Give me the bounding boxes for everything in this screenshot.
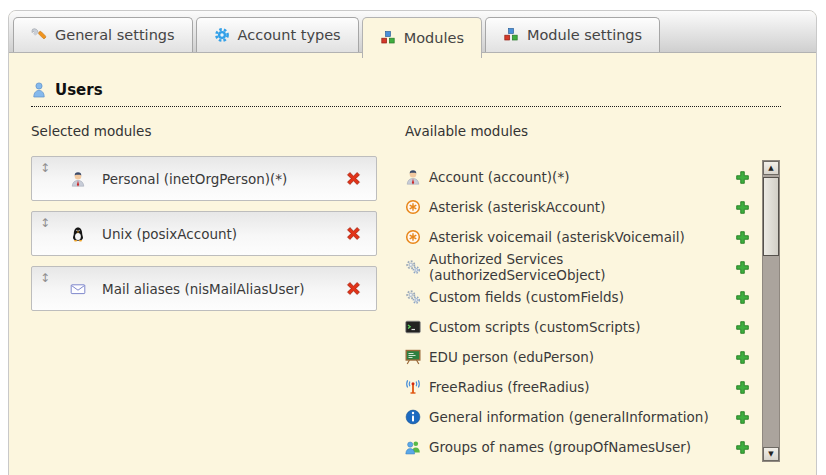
person-icon [405,169,421,185]
add-module-button[interactable] [734,259,750,275]
arrow-down-icon: ▼ [768,450,773,458]
modules-icon [503,27,519,43]
tab-account-types[interactable]: Account types [196,17,359,52]
available-modules-column: Available modules Account (account)(*)As… [405,123,782,462]
remove-module-button[interactable] [344,170,362,188]
add-module-button[interactable] [734,349,750,365]
tab-general-settings[interactable]: General settings [13,17,193,52]
modules-tab-content: Users Selected modules ↕Personal (inetOr… [9,81,816,462]
available-module-row: Account (account)(*) [405,162,750,192]
person-icon [70,171,86,187]
add-module-button[interactable] [734,199,750,215]
remove-module-button[interactable] [344,225,362,243]
tab-modules[interactable]: Modules [362,17,482,58]
available-module-label: Authorized Services (authorizedServiceOb… [429,251,734,283]
group-icon [405,439,421,455]
available-module-label: Groups of names (groupOfNamesUser) [429,439,734,455]
available-module-label: Custom scripts (customScripts) [429,319,734,335]
drag-handle-icon[interactable]: ↕ [40,212,54,229]
selected-modules-heading: Selected modules [31,123,383,139]
gears-icon [405,289,421,305]
available-module-label: EDU person (eduPerson) [429,349,734,365]
user-icon [31,82,47,98]
asterisk-icon [405,199,421,215]
available-module-row: General information (generalInformation) [405,402,750,432]
available-module-label: Asterisk (asteriskAccount) [429,199,734,215]
available-modules-list: Account (account)(*)Asterisk (asteriskAc… [405,162,782,462]
available-module-row: Asterisk (asteriskAccount) [405,192,750,222]
available-module-row: Asterisk voicemail (asteriskVoicemail) [405,222,750,252]
settings-panel: General settingsAccount typesModulesModu… [8,10,817,475]
remove-module-button[interactable] [344,280,362,298]
add-module-button[interactable] [734,229,750,245]
available-module-label: Asterisk voicemail (asteriskVoicemail) [429,229,734,245]
tab-label: Account types [238,27,341,43]
add-module-button[interactable] [734,169,750,185]
asterisk-icon [405,229,421,245]
available-module-label: FreeRadius (freeRadius) [429,379,734,395]
section-title: Users [55,81,103,99]
available-module-row: Custom fields (customFields) [405,282,750,312]
wrench-icon [31,27,47,43]
chalkboard-icon [405,349,421,365]
add-module-button[interactable] [734,439,750,455]
scroll-up-button[interactable]: ▲ [763,161,779,175]
add-module-button[interactable] [734,379,750,395]
available-module-label: General information (generalInformation) [429,409,734,425]
available-module-label: Account (account)(*) [429,169,734,185]
selected-module-row[interactable]: ↕Unix (posixAccount) [31,211,377,256]
scrollbar-thumb[interactable] [763,177,779,256]
tab-label: Modules [404,30,464,46]
arrow-up-icon: ▲ [768,164,773,172]
penguin-icon [70,226,86,242]
selected-module-row[interactable]: ↕Mail aliases (nisMailAliasUser) [31,266,377,311]
add-module-button[interactable] [734,289,750,305]
available-module-row: FreeRadius (freeRadius) [405,372,750,402]
scroll-down-button[interactable]: ▼ [763,447,779,461]
terminal-icon [405,319,421,335]
available-module-row: EDU person (eduPerson) [405,342,750,372]
available-module-row: Groups of names (groupOfNamesUser) [405,432,750,462]
tab-module-settings[interactable]: Module settings [485,17,660,52]
selected-modules-column: Selected modules ↕Personal (inetOrgPerso… [31,123,383,462]
drag-handle-icon[interactable]: ↕ [40,267,54,284]
users-section-header: Users [31,81,781,107]
drag-handle-icon[interactable]: ↕ [40,157,54,174]
available-module-label: Custom fields (customFields) [429,289,734,305]
mail-icon [70,281,86,297]
selected-module-row[interactable]: ↕Personal (inetOrgPerson)(*) [31,156,377,201]
add-module-button[interactable] [734,409,750,425]
radio-icon [405,379,421,395]
gear-icon [214,27,230,43]
tab-label: General settings [55,27,175,43]
available-module-row: Custom scripts (customScripts) [405,312,750,342]
tab-bar: General settingsAccount typesModulesModu… [9,11,816,53]
selected-modules-list: ↕Personal (inetOrgPerson)(*)↕Unix (posix… [31,156,383,311]
info-icon [405,409,421,425]
selected-module-label: Unix (posixAccount) [102,226,344,242]
modules-icon [380,30,396,46]
modules-columns: Selected modules ↕Personal (inetOrgPerso… [31,123,816,462]
tab-label: Module settings [527,27,642,43]
available-module-row: Authorized Services (authorizedServiceOb… [405,252,750,282]
add-module-button[interactable] [734,319,750,335]
selected-module-label: Personal (inetOrgPerson)(*) [102,171,344,187]
screen: General settingsAccount typesModulesModu… [0,0,826,475]
gears-icon [405,259,421,275]
available-modules-heading: Available modules [405,123,782,139]
selected-module-label: Mail aliases (nisMailAliasUser) [102,281,344,297]
available-modules-scrollbar[interactable]: ▲ ▼ [762,160,780,462]
